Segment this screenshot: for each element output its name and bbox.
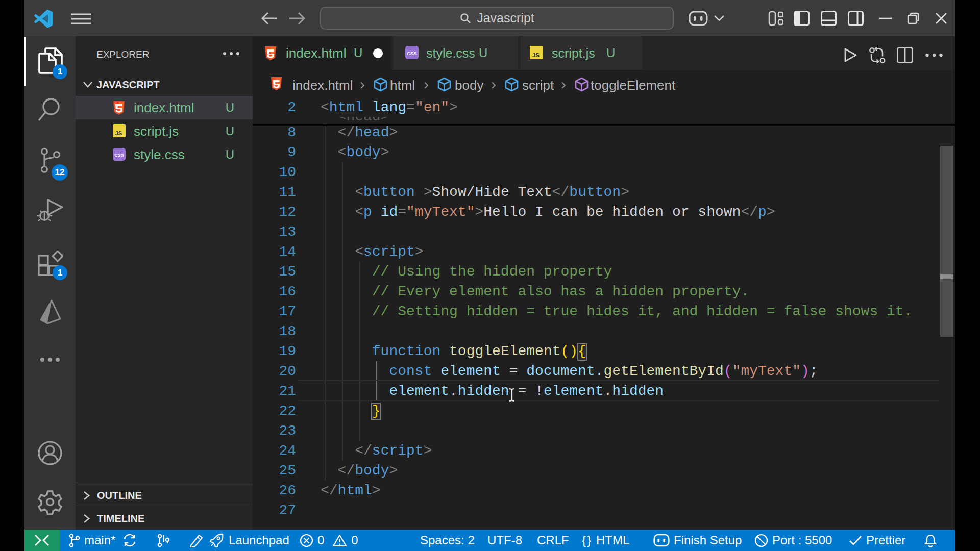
svg-text:JS: JS bbox=[532, 52, 540, 58]
svg-text:JS: JS bbox=[115, 130, 122, 136]
svg-text:CSS: CSS bbox=[114, 153, 124, 158]
svg-text:CSS: CSS bbox=[407, 51, 417, 56]
